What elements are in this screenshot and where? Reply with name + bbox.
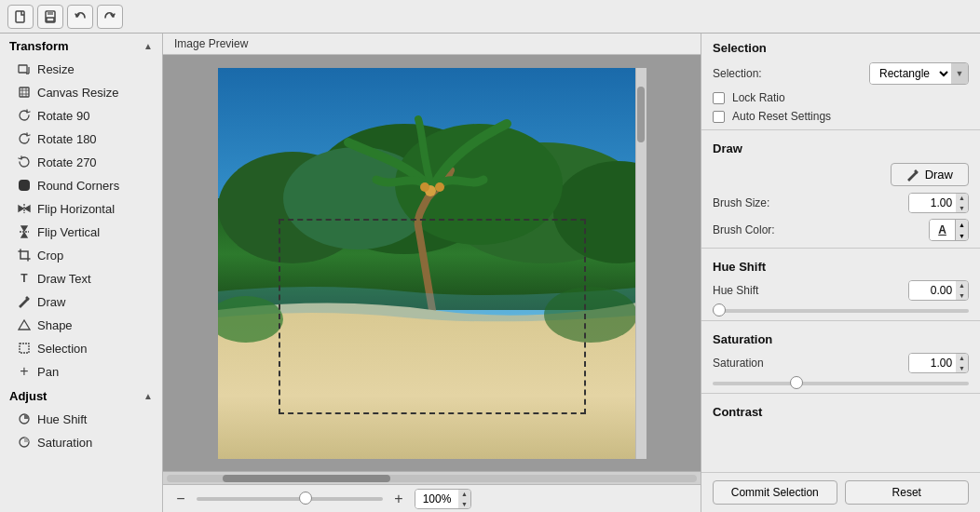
brush-color-box[interactable]: A [930,220,956,240]
flip-horizontal-label: Flip Horizontal [37,202,115,216]
beach-image [218,68,647,459]
sidebar-item-rotate180[interactable]: Rotate 180 [4,128,158,150]
scrollbar-thumb-v[interactable] [637,87,645,142]
brush-color-up[interactable]: ▲ [956,220,968,231]
brush-size-stepper[interactable]: ▲ ▼ [956,193,968,213]
hue-shift-input-wrap: ▲ ▼ [908,280,969,301]
adjust-section-header[interactable]: Adjust ▲ [0,384,162,407]
resize-label: Resize [37,62,75,76]
auto-reset-checkbox[interactable] [713,111,725,123]
hue-shift-slider-thumb[interactable] [713,303,726,317]
brush-size-row: Brush Size: ▲ ▼ [701,190,980,216]
saturation-down[interactable]: ▼ [956,363,968,373]
divider-3 [701,320,980,321]
draw-text-label: Draw Text [37,272,91,286]
canvas-scrollbar-horizontal[interactable] [163,471,701,484]
sidebar-item-canvas-resize[interactable]: Canvas Resize [4,81,158,103]
brush-color-label: Brush Color: [713,223,921,236]
sidebar-item-rotate90[interactable]: Rotate 90 [4,104,158,127]
pan-label: Pan [37,365,59,379]
divider-2 [701,248,980,249]
lock-ratio-label: Lock Ratio [732,91,969,104]
selection-icon [17,341,32,356]
saturation-panel-title: Saturation [701,325,980,350]
saturation-input[interactable] [909,354,956,372]
svg-point-24 [435,182,444,192]
divider-4 [701,393,980,394]
transform-chevron: ▲ [143,41,153,51]
scroll-track[interactable] [167,475,697,482]
selection-panel-title: Selection [701,34,980,59]
brush-color-stepper[interactable]: ▲ ▼ [956,220,968,240]
draw-button[interactable]: Draw [891,163,969,186]
sidebar-item-draw-text[interactable]: T Draw Text [4,267,158,290]
sidebar-item-crop[interactable]: Crop [4,244,158,266]
brush-size-down[interactable]: ▼ [956,203,968,213]
selection-type-select-wrap[interactable]: Rectangle Ellipse Freehand Lasso ▼ [869,62,969,85]
saturation-slider-row [701,376,980,389]
rotate90-label: Rotate 90 [37,109,89,123]
commit-selection-button[interactable]: Commit Selection [713,480,837,505]
sidebar-item-pan[interactable]: + Pan [4,360,158,383]
redo-button[interactable] [97,5,123,29]
new-button[interactable] [7,5,34,29]
sidebar-item-flip-vertical[interactable]: Flip Vertical [4,221,158,243]
rotate180-label: Rotate 180 [37,132,97,146]
brush-color-down[interactable]: ▼ [956,231,968,241]
hue-shift-label: Hue Shift [37,412,87,426]
zoom-step-up[interactable]: ▲ [458,489,470,499]
svg-marker-10 [21,233,27,237]
save-button[interactable] [37,5,63,29]
zoom-bar: − + 100% ▲ ▼ [163,484,701,512]
zoom-slider-thumb[interactable] [299,492,312,505]
sidebar-item-saturation[interactable]: Saturation [4,431,158,453]
hue-shift-down[interactable]: ▼ [956,290,968,301]
selection-type-select[interactable]: Rectangle Ellipse Freehand Lasso [870,63,951,84]
svg-marker-8 [25,206,30,211]
hue-shift-up[interactable]: ▲ [956,280,968,290]
canvas-scrollbar-vertical[interactable] [635,68,647,459]
saturation-slider-thumb[interactable] [790,376,803,389]
canvas-area[interactable] [163,55,701,471]
hue-shift-stepper[interactable]: ▲ ▼ [956,280,968,301]
hue-shift-input[interactable] [909,281,956,300]
reset-button[interactable]: Reset [845,480,970,505]
scroll-thumb[interactable] [223,475,390,482]
sidebar-item-selection[interactable]: Selection [4,337,158,359]
sidebar-item-resize[interactable]: Resize [4,58,158,80]
brush-color-wrap: A ▲ ▼ [929,219,969,241]
svg-marker-11 [19,320,30,330]
sidebar-item-flip-horizontal[interactable]: Flip Horizontal [4,197,158,220]
saturation-slider-track[interactable] [713,382,969,385]
svg-rect-6 [19,180,30,191]
lock-ratio-row: Lock Ratio [701,88,980,107]
zoom-minus-button[interactable]: − [172,491,189,507]
flip-horizontal-icon [17,201,32,216]
draw-btn-row: Draw [701,159,980,190]
brush-color-char: A [938,223,946,236]
brush-size-up[interactable]: ▲ [956,193,968,203]
flip-vertical-icon [17,224,32,239]
transform-section-header[interactable]: Transform ▲ [0,34,162,57]
hue-shift-slider-row [701,303,980,317]
hue-shift-slider-track[interactable] [713,309,969,313]
sidebar-item-rotate270[interactable]: Rotate 270 [4,151,158,173]
zoom-stepper[interactable]: ▲ ▼ [458,489,470,509]
zoom-slider-track[interactable] [197,497,383,501]
sidebar-item-round-corners[interactable]: Round Corners [4,174,158,196]
sidebar-item-shape[interactable]: Shape [4,314,158,336]
saturation-up[interactable]: ▲ [956,353,968,363]
zoom-step-down[interactable]: ▼ [458,499,470,509]
sidebar-item-hue-shift[interactable]: Hue Shift [4,408,158,430]
zoom-plus-button[interactable]: + [390,491,407,507]
undo-button[interactable] [67,5,93,29]
draw-btn-label: Draw [925,168,953,182]
brush-size-input[interactable] [909,194,956,212]
adjust-label: Adjust [9,389,47,403]
adjust-chevron: ▲ [143,391,153,401]
lock-ratio-checkbox[interactable] [713,92,725,104]
saturation-stepper[interactable]: ▲ ▼ [956,353,968,373]
sidebar-item-draw[interactable]: Draw [4,290,158,313]
rotate270-label: Rotate 270 [37,155,97,169]
svg-marker-9 [21,226,27,231]
